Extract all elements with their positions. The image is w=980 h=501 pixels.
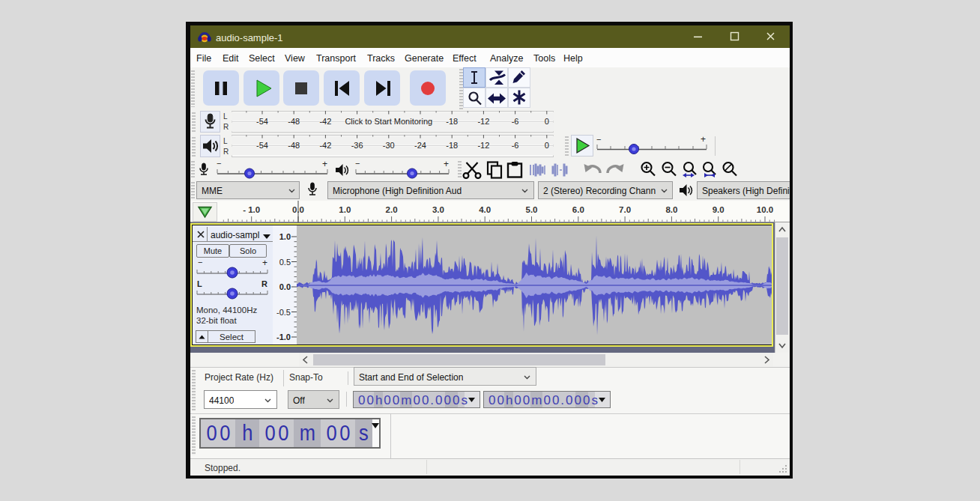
svg-text:7.0: 7.0 [619,205,631,214]
svg-text:+: + [444,159,449,169]
svg-text:0.0: 0.0 [279,282,291,291]
svg-text:-1.0: -1.0 [276,333,291,341]
svg-text:-12: -12 [477,117,489,126]
svg-text:4.0: 4.0 [479,205,491,214]
svg-text:0: 0 [545,117,549,126]
svg-text:2.0: 2.0 [386,205,398,214]
svg-text:-24: -24 [414,141,426,150]
svg-text:- 1.0: - 1.0 [243,205,260,214]
svg-text:-48: -48 [288,141,300,150]
svg-text:0: 0 [545,141,549,150]
svg-text:-42: -42 [319,141,331,150]
svg-text:9.0: 9.0 [713,205,725,214]
svg-text:−: − [217,159,221,168]
svg-text:−: − [198,258,202,267]
svg-text:R: R [261,279,267,288]
svg-text:-18: -18 [446,117,458,126]
svg-text:+: + [262,258,267,268]
svg-text:-6: -6 [512,141,519,150]
svg-text:Click to Start Monitoring: Click to Start Monitoring [345,117,432,126]
svg-text:-54: -54 [256,141,268,150]
svg-text:−: − [596,135,601,144]
svg-text:+: + [701,134,706,145]
svg-text:-42: -42 [319,117,331,126]
svg-text:6.0: 6.0 [572,205,584,214]
svg-text:1.0: 1.0 [279,232,291,241]
svg-text:L: L [197,279,202,288]
svg-text:-18: -18 [446,141,458,150]
svg-text:5.0: 5.0 [526,205,538,214]
svg-text:-30: -30 [383,141,395,150]
svg-text:0.5: 0.5 [279,258,291,267]
svg-text:-54: -54 [256,117,268,126]
svg-text:-6: -6 [512,117,519,126]
svg-text:-36: -36 [351,141,363,150]
svg-text:8.0: 8.0 [665,205,677,214]
svg-text:3.0: 3.0 [432,205,444,214]
svg-text:-48: -48 [288,117,300,126]
svg-text:+: + [322,159,327,169]
svg-text:-12: -12 [477,141,489,150]
svg-text:-0.5: -0.5 [276,308,291,317]
svg-text:10.0: 10.0 [757,205,773,214]
svg-text:−: − [355,159,360,168]
svg-text:1.0: 1.0 [339,205,351,214]
